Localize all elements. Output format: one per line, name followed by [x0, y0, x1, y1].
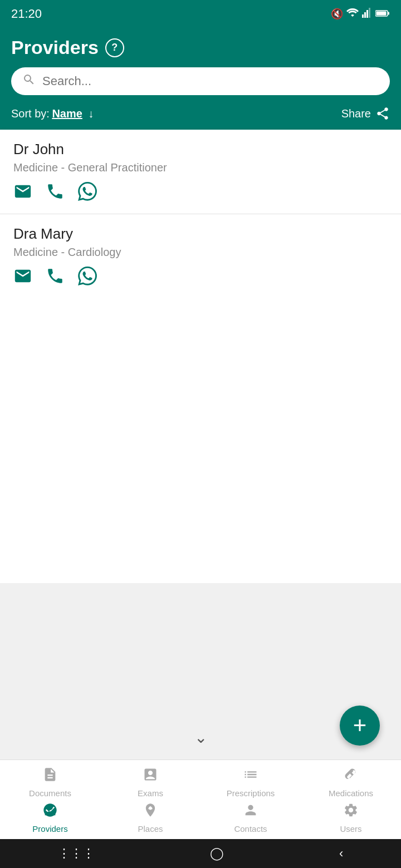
nav-item-medications[interactable]: Medications	[301, 765, 401, 800]
system-nav-bar: ⋮⋮⋮ ◯ ‹	[0, 839, 401, 868]
svg-rect-8	[150, 806, 150, 810]
nav-item-exams[interactable]: Exams	[100, 765, 200, 800]
provider-actions	[13, 182, 388, 205]
bottom-nav: Documents Exams Prescriptions Medication…	[0, 760, 401, 839]
providers-label: Providers	[32, 824, 67, 834]
provider-specialty: Medicine - Cardiology	[13, 246, 388, 259]
provider-name: Dr John	[13, 141, 388, 158]
sort-row: Sort by: Name ↓ Share	[11, 104, 390, 123]
nav-item-documents[interactable]: Documents	[0, 765, 100, 800]
places-label: Places	[138, 824, 163, 834]
phone-icon[interactable]	[46, 182, 65, 205]
contacts-icon	[243, 802, 258, 822]
providers-icon	[42, 802, 58, 822]
nav-item-contacts[interactable]: Contacts	[200, 800, 301, 836]
sort-by-label: Sort by:	[11, 107, 50, 120]
medications-icon	[343, 767, 359, 786]
nav-item-places[interactable]: Places	[100, 800, 200, 836]
users-icon	[343, 802, 359, 822]
prescriptions-icon	[243, 767, 258, 786]
battery-icon	[375, 8, 390, 20]
header-title-row: Providers ?	[11, 37, 390, 58]
header: Providers ? Sort by: Name ↓ Share	[0, 28, 401, 130]
mute-icon: 🔇	[331, 8, 343, 20]
search-input[interactable]	[42, 74, 379, 88]
documents-label: Documents	[29, 788, 71, 798]
exams-icon	[143, 767, 158, 786]
places-icon	[143, 802, 158, 822]
svg-rect-3	[369, 8, 370, 18]
sort-control[interactable]: Sort by: Name ↓	[11, 107, 94, 120]
prescriptions-label: Prescriptions	[227, 788, 275, 798]
status-time: 21:20	[11, 7, 42, 21]
medications-label: Medications	[329, 788, 373, 798]
status-bar: 21:20 🔇	[0, 0, 401, 28]
status-icons: 🔇	[331, 8, 390, 21]
help-button[interactable]: ?	[105, 38, 124, 57]
share-label: Share	[341, 107, 371, 120]
svg-rect-6	[376, 11, 387, 15]
share-icon	[375, 106, 390, 121]
contacts-label: Contacts	[234, 824, 267, 834]
whatsapp-icon[interactable]	[78, 267, 97, 289]
signal-icon	[362, 8, 372, 21]
wifi-icon	[346, 8, 359, 21]
page-title: Providers	[11, 37, 99, 58]
users-label: Users	[340, 824, 361, 834]
svg-rect-1	[364, 12, 366, 18]
search-icon	[22, 73, 36, 90]
svg-rect-2	[366, 10, 368, 18]
nav-item-providers[interactable]: Providers	[0, 800, 100, 836]
add-provider-button[interactable]: +	[340, 706, 380, 746]
email-icon[interactable]	[13, 182, 32, 205]
provider-card: Dr John Medicine - General Practitioner	[0, 130, 401, 214]
svg-rect-0	[362, 14, 364, 18]
provider-actions	[13, 267, 388, 289]
back-button[interactable]: ‹	[339, 846, 343, 861]
email-icon[interactable]	[13, 267, 32, 289]
whatsapp-icon[interactable]	[78, 182, 97, 205]
phone-icon[interactable]	[46, 267, 65, 289]
svg-rect-5	[388, 12, 390, 14]
home-button[interactable]: ◯	[210, 846, 224, 861]
sort-name-label: Name	[52, 107, 82, 120]
recent-apps-button[interactable]: ⋮⋮⋮	[58, 846, 95, 861]
sort-arrow-icon: ↓	[88, 107, 94, 120]
nav-item-prescriptions[interactable]: Prescriptions	[200, 765, 301, 800]
provider-card: Dra Mary Medicine - Cardiology	[0, 214, 401, 298]
share-button[interactable]: Share	[341, 106, 390, 121]
exams-label: Exams	[138, 788, 163, 798]
provider-name: Dra Mary	[13, 225, 388, 243]
nav-item-users[interactable]: Users	[301, 800, 401, 836]
chevron-down-icon: ⌄	[194, 728, 207, 747]
documents-icon	[42, 767, 58, 786]
provider-list: Dr John Medicine - General Practitioner …	[0, 130, 401, 583]
provider-specialty: Medicine - General Practitioner	[13, 161, 388, 174]
search-bar	[11, 67, 390, 95]
